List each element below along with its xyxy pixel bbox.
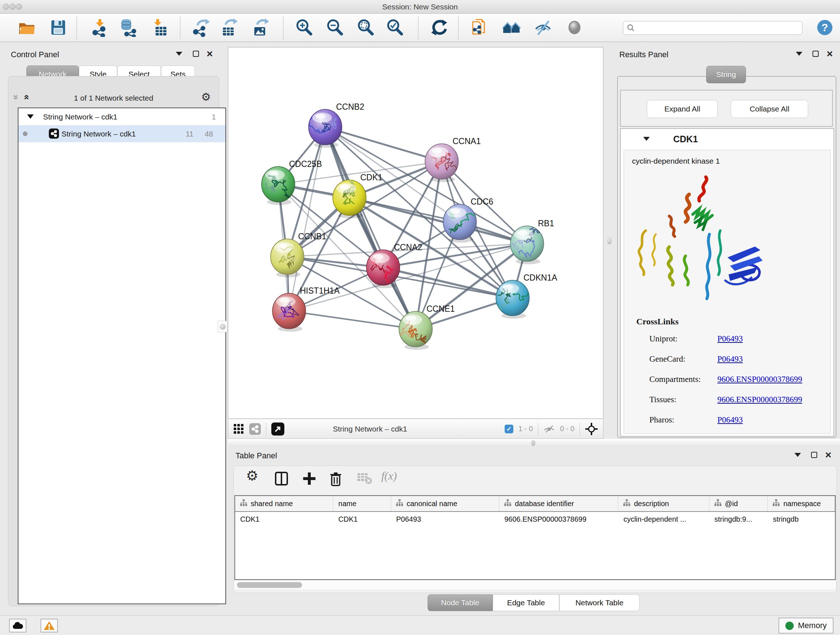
crosslink-link[interactable]: 9606.ENSP00000378699 [717, 395, 802, 404]
import-network-from-file-icon[interactable] [90, 18, 109, 37]
hide-selected-icon[interactable] [534, 18, 553, 37]
network-node-CDKN1A[interactable] [489, 280, 543, 318]
network-node-RB1[interactable] [507, 226, 544, 264]
node-label-CDC6: CDC6 [471, 197, 493, 206]
results-panel-collapse-handle[interactable] [607, 238, 612, 244]
network-node-CCNB2[interactable] [305, 109, 342, 148]
network-edge[interactable] [349, 198, 527, 244]
tab-network-table[interactable]: Network Table [559, 594, 639, 611]
table-row[interactable]: CDK1CDK1P064939606.ENSP00000378699cyclin… [235, 512, 835, 528]
crosslink-link[interactable]: 9606.ENSP00000378699 [717, 375, 802, 384]
import-table-from-file-icon[interactable] [150, 18, 169, 37]
string-query-icon[interactable] [470, 18, 489, 37]
tab-string[interactable]: String [706, 66, 746, 83]
network-edge[interactable] [325, 127, 442, 162]
network-node-CCNA1[interactable] [425, 144, 462, 182]
column-header-name[interactable]: name [333, 496, 391, 511]
expand-all-button[interactable]: Expand All [647, 100, 718, 118]
node-label-CDC25B: CDC25B [289, 159, 322, 169]
delete-column-icon[interactable] [328, 471, 343, 488]
birdseye-grid-icon[interactable] [233, 424, 244, 434]
network-canvas[interactable]: CCNB2CCNA1CDC25BCDK1CDC6RB1CCNB1CCNA2CDK… [228, 47, 603, 419]
gene-collapse-icon[interactable] [643, 137, 650, 141]
column-header-database-identifier[interactable]: database identifier [499, 496, 618, 511]
hidden-counts: 0 - 0 [560, 424, 575, 433]
control-panel-float-icon[interactable] [193, 51, 199, 57]
collection-expander-icon[interactable] [27, 114, 34, 119]
control-panel-menu-icon[interactable] [176, 52, 182, 56]
network-collection-row[interactable]: String Network – cdk1 1 [19, 108, 225, 125]
warning-status-button[interactable] [41, 619, 58, 632]
create-column-icon[interactable] [302, 471, 317, 488]
network-overview-icon[interactable] [502, 18, 521, 37]
export-image-icon[interactable] [251, 18, 270, 37]
network-edge[interactable] [383, 268, 513, 298]
fit-selected-crosshair-icon[interactable] [585, 423, 598, 435]
table-cell[interactable]: cyclin-dependent ... [618, 512, 709, 528]
column-header-description[interactable]: description [618, 496, 709, 511]
share-view-icon[interactable] [249, 423, 261, 435]
apply-layout-icon[interactable] [430, 18, 448, 37]
network-node-CDC25B[interactable] [262, 166, 295, 205]
title-bar: Session: New Session [0, 0, 840, 14]
zoom-in-icon[interactable] [294, 18, 313, 37]
show-columns-icon[interactable] [274, 471, 289, 488]
table-panel-close-icon[interactable]: ✕ [825, 451, 832, 459]
help-icon[interactable]: ? [815, 18, 834, 37]
open-in-new-window-icon[interactable] [271, 423, 284, 435]
table-cell[interactable]: 9606.ENSP00000378699 [499, 512, 618, 528]
table-cell[interactable]: stringdb:9... [709, 512, 768, 528]
gene-section-header[interactable]: CDK1 [621, 129, 834, 150]
table-cell[interactable]: CDK1 [333, 512, 391, 528]
tab-node-table[interactable]: Node Table [428, 594, 493, 611]
window-title: Session: New Session [0, 3, 840, 11]
table-panel-menu-icon[interactable] [794, 453, 801, 457]
memory-button[interactable]: Memory [778, 618, 834, 633]
toolbar-separator [283, 17, 284, 39]
network-edge[interactable] [289, 127, 325, 311]
zoom-selected-icon[interactable] [385, 18, 404, 37]
table-cell[interactable]: stringdb [767, 512, 835, 528]
network-node-CCNE1[interactable] [399, 311, 432, 350]
export-network-icon[interactable] [192, 18, 210, 37]
table-options-gear-icon[interactable]: ⚙ [246, 469, 258, 483]
results-panel-menu-icon[interactable] [796, 52, 802, 56]
save-session-icon[interactable] [49, 18, 68, 37]
results-panel-close-icon[interactable]: ✕ [826, 50, 833, 58]
column-header-shared-name[interactable]: shared name [235, 496, 333, 511]
column-header--id[interactable]: @id [709, 496, 768, 511]
scrollbar-thumb[interactable] [237, 582, 302, 588]
splitter-knob[interactable] [531, 440, 535, 446]
open-session-icon[interactable] [17, 18, 36, 37]
network-edge[interactable] [325, 127, 416, 329]
zoom-out-icon[interactable] [325, 18, 344, 37]
control-panel-close-icon[interactable]: ✕ [206, 50, 213, 58]
cloud-status-button[interactable] [9, 619, 27, 632]
collapse-all-button[interactable]: Collapse All [731, 100, 808, 118]
tab-edge-table[interactable]: Edge Table [493, 594, 559, 611]
horizontal-splitter[interactable] [228, 439, 840, 447]
zoom-fit-content-icon[interactable] [356, 18, 375, 37]
table-panel-float-icon[interactable] [811, 452, 817, 458]
table-cell[interactable]: CDK1 [235, 512, 333, 528]
crosslink-link[interactable]: P06493 [717, 334, 743, 344]
network-graph[interactable]: CCNB2CCNA1CDC25BCDK1CDC6RB1CCNB1CCNA2CDK… [228, 48, 603, 418]
hidden-eye-icon[interactable] [543, 425, 555, 433]
show-all-icon[interactable] [565, 18, 584, 37]
crosslink-link[interactable]: P06493 [717, 415, 743, 424]
network-node-CCNB1[interactable] [271, 239, 304, 277]
network-edge[interactable] [289, 311, 416, 329]
import-network-from-database-icon[interactable] [119, 18, 138, 37]
search-input[interactable] [638, 24, 802, 32]
control-panel-collapse-handle[interactable] [218, 321, 227, 333]
table-cell[interactable]: P06493 [391, 512, 499, 528]
export-table-icon[interactable] [220, 18, 239, 37]
column-header-canonical-name[interactable]: canonical name [391, 496, 499, 511]
network-options-gear-icon[interactable]: ⚙ [201, 92, 211, 103]
crosslink-link[interactable]: P06493 [717, 355, 743, 364]
column-header-namespace[interactable]: namespace [767, 496, 835, 511]
network-row-selected[interactable]: String Network – cdk1 11 48 [19, 125, 225, 142]
network-node-HIST1H1A[interactable] [272, 293, 306, 332]
selected-checkbox-icon[interactable]: ✓ [505, 424, 513, 433]
results-panel-float-icon[interactable] [813, 51, 819, 57]
